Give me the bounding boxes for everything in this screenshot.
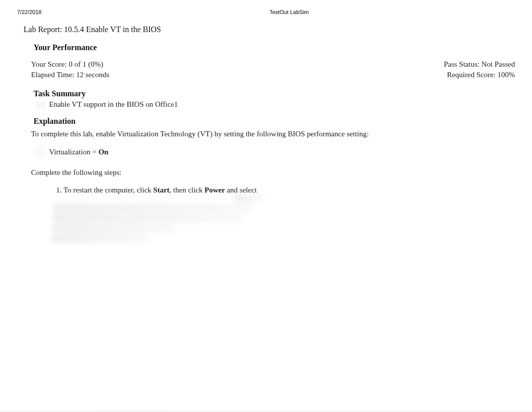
task-text: Enable VT support in the BIOS on Office1 — [49, 100, 178, 109]
step-1: 1. To restart the computer, click Start,… — [56, 186, 515, 194]
performance-heading: Your Performance — [31, 43, 515, 52]
steps-list: 1. To restart the computer, click Start,… — [31, 186, 515, 194]
report-content: Your Performance Your Score: 0 of 1 (0%)… — [0, 34, 532, 241]
step-bold-1: Start — [153, 186, 170, 194]
step-bold-2: Power — [204, 186, 225, 194]
task-item: Enable VT support in the BIOS on Office1 — [31, 100, 515, 109]
header-app-title: TestOut LabSim — [270, 9, 309, 15]
blur-line — [52, 214, 242, 223]
report-title: Lab Report: 10.5.4 Enable VT in the BIOS — [0, 15, 532, 34]
performance-block: Your Score: 0 of 1 (0%) Pass Status: Not… — [31, 60, 515, 79]
step-prefix: To restart the computer, click — [64, 186, 153, 194]
header-date: 7/22/2018 — [17, 9, 270, 15]
setting-text: Virtualization = On — [49, 148, 108, 156]
task-summary-heading: Task Summary — [31, 89, 515, 98]
blur-line — [51, 224, 176, 233]
task-status-icon — [36, 101, 45, 109]
step-suffix: and select — [225, 186, 256, 194]
elapsed-time: Elapsed Time: 12 seconds — [31, 71, 109, 79]
bullet-icon — [34, 146, 45, 157]
setting-value: On — [98, 148, 108, 156]
setting-row: Virtualization = On — [31, 146, 515, 157]
score-label: Your Score: 0 of 1 (0%) — [31, 60, 103, 69]
explanation-intro: To complete this lab, enable Virtualizat… — [31, 130, 515, 138]
required-score: Required Score: 100% — [447, 71, 515, 79]
print-header: 7/22/2018 TestOut LabSim — [0, 0, 532, 15]
blur-line — [50, 234, 150, 243]
setting-prefix: Virtualization = — [49, 148, 98, 156]
blur-line — [53, 203, 253, 213]
step-number: 1. — [56, 186, 64, 194]
page-bottom-shadow — [0, 409, 532, 412]
steps-intro: Complete the following steps: — [31, 168, 515, 177]
pass-status: Pass Status: Not Passed — [444, 60, 515, 69]
blurred-content — [48, 197, 263, 241]
explanation-heading: Explanation — [31, 117, 515, 126]
step-mid: , then click — [169, 186, 204, 194]
blur-line — [233, 193, 263, 202]
performance-row-2: Elapsed Time: 12 seconds Required Score:… — [31, 71, 515, 79]
performance-row-1: Your Score: 0 of 1 (0%) Pass Status: Not… — [31, 60, 515, 69]
